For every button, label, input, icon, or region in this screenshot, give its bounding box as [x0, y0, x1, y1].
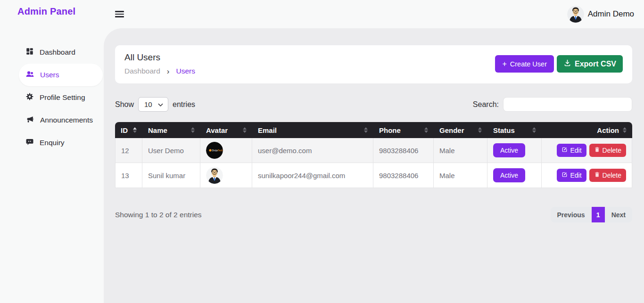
column-header-avatar[interactable]: Avatar: [200, 122, 252, 138]
sidebar-item-label: Dashboard: [40, 48, 75, 57]
column-header-phone[interactable]: Phone: [373, 122, 434, 138]
pagination: Previous 1 Next: [551, 207, 633, 222]
column-header-status[interactable]: Status: [487, 122, 542, 138]
chevron-right-icon: ›: [167, 67, 170, 75]
sidebar-item-users[interactable]: Users: [19, 64, 103, 86]
delete-button[interactable]: Delete: [589, 144, 626, 157]
sort-icon: [623, 127, 627, 133]
cell-phone: 9803288406: [373, 163, 434, 188]
menu-toggle-icon[interactable]: [115, 9, 124, 19]
sidebar-item-label: Enquiry: [40, 139, 65, 147]
svg-text:DivijaTech: DivijaTech: [212, 149, 223, 152]
sort-icon: [532, 127, 536, 133]
profile-menu[interactable]: Admin Demo: [567, 6, 634, 23]
status-badge[interactable]: Active: [493, 168, 525, 182]
status-badge[interactable]: Active: [493, 143, 525, 157]
sidebar-item-profile-setting[interactable]: Profile Setting: [19, 86, 103, 109]
table-row: 13 Sunil kumar: [115, 163, 632, 188]
show-label: Show: [115, 100, 134, 109]
cell-status: Active: [487, 163, 542, 188]
sidebar-item-dashboard[interactable]: Dashboard: [19, 41, 103, 64]
plus-icon: +: [502, 60, 506, 68]
column-header-name[interactable]: Name: [142, 122, 200, 138]
users-icon: [25, 70, 34, 81]
page-header-card: All Users Dashboard › Users + Create Use…: [115, 45, 632, 83]
breadcrumb: Dashboard › Users: [124, 67, 195, 75]
sidebar-nav: Dashboard Users: [0, 41, 104, 154]
megaphone-icon: [25, 115, 34, 126]
pagination-next[interactable]: Next: [605, 207, 632, 222]
cell-actions: Edit Delete: [542, 138, 632, 163]
edit-pencil-icon: [561, 147, 568, 154]
delete-button[interactable]: Delete: [589, 169, 626, 182]
edit-pencil-icon: [561, 172, 568, 179]
cell-phone: 9803288406: [373, 138, 434, 163]
company-logo-avatar: DivijaTech: [206, 142, 223, 159]
entries-label: entries: [173, 100, 195, 109]
dashboard-grid-icon: [25, 47, 34, 57]
chat-icon: [25, 138, 34, 148]
cell-actions: Edit Delete: [542, 163, 632, 188]
brand-title: Admin Panel: [0, 0, 104, 17]
trash-icon: [594, 172, 600, 179]
pagination-page-1[interactable]: 1: [592, 207, 605, 222]
create-user-button[interactable]: + Create User: [495, 55, 554, 73]
sort-icon: [364, 127, 368, 133]
sidebar: Admin Panel Dashboard Users: [0, 0, 104, 303]
export-csv-button[interactable]: Export CSV: [557, 55, 623, 73]
trash-icon: [594, 147, 600, 154]
sort-icon: [133, 127, 137, 133]
sort-icon: [191, 127, 195, 133]
pagination-previous[interactable]: Previous: [551, 207, 592, 222]
chevron-down-icon: [158, 100, 163, 108]
page-size-select[interactable]: 10: [138, 97, 168, 112]
page-title: All Users: [124, 52, 195, 63]
cell-status: Active: [487, 138, 542, 163]
cell-name: Sunil kumar: [142, 163, 200, 188]
profile-name: Admin Demo: [588, 9, 634, 19]
sort-icon: [243, 127, 247, 133]
column-header-action[interactable]: Action: [542, 122, 632, 138]
user-avatar: [567, 6, 584, 23]
column-header-gender[interactable]: Gender: [434, 122, 487, 138]
breadcrumb-parent[interactable]: Dashboard: [124, 67, 160, 75]
table-row: 12 User Demo DivijaTech user@demo.com 98…: [115, 138, 632, 163]
cell-email: user@demo.com: [252, 138, 373, 163]
cartoon-man-avatar: [206, 167, 223, 184]
edit-button[interactable]: Edit: [557, 144, 586, 157]
sort-icon: [478, 127, 482, 133]
topbar: Admin Demo: [104, 0, 644, 28]
cell-name: User Demo: [142, 138, 200, 163]
cell-id: 13: [115, 163, 142, 188]
cell-email: sunilkapoor244@gmail.com: [252, 163, 373, 188]
column-header-email[interactable]: Email: [252, 122, 373, 138]
download-icon: [563, 59, 571, 69]
edit-button[interactable]: Edit: [557, 169, 586, 182]
cell-gender: Male: [434, 163, 487, 188]
sidebar-item-label: Users: [40, 71, 59, 79]
page-content: All Users Dashboard › Users + Create Use…: [104, 28, 644, 303]
entries-info: Showing 1 to 2 of 2 entries: [115, 211, 202, 219]
users-table: ID Name Avatar Email Phone Gender Status…: [115, 122, 632, 188]
gear-icon: [25, 92, 34, 103]
search-label: Search:: [473, 100, 499, 109]
sidebar-item-label: Announcements: [40, 116, 93, 124]
sidebar-item-enquiry[interactable]: Enquiry: [19, 131, 103, 154]
search-input[interactable]: [503, 97, 632, 112]
cell-id: 12: [115, 138, 142, 163]
cell-avatar: [200, 163, 252, 188]
sidebar-item-announcements[interactable]: Announcements: [19, 109, 103, 131]
cell-gender: Male: [434, 138, 487, 163]
table-footer: Showing 1 to 2 of 2 entries Previous 1 N…: [115, 207, 632, 222]
sidebar-item-label: Profile Setting: [40, 93, 85, 102]
table-controls: Show 10 entries Search:: [115, 97, 632, 112]
breadcrumb-current[interactable]: Users: [176, 67, 195, 75]
column-header-id[interactable]: ID: [115, 122, 142, 138]
cell-avatar: DivijaTech: [200, 138, 252, 163]
sort-icon: [424, 127, 428, 133]
